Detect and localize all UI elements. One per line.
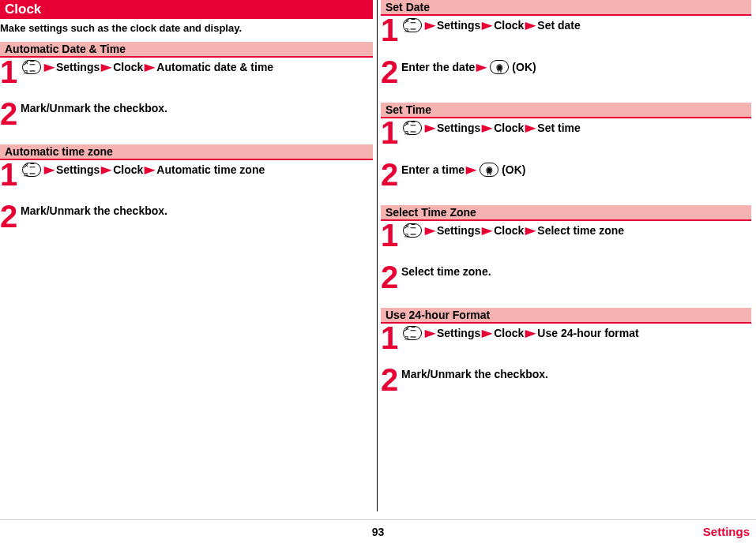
arrow-icon: ▶ [101,62,111,73]
nav-segment: Settings [437,19,480,32]
arrow-icon: ▶ [101,164,111,175]
nav-segment: Settings [437,224,480,237]
right-column: Set Date 1 メニュー ▶ Settings ▶ Clock ▶ Set… [378,0,755,511]
menu-icon: メニュー [403,18,422,32]
step: 1 メニュー ▶ Settings ▶ Clock ▶ Select time … [381,221,755,263]
arrow-icon: ▶ [526,20,536,31]
arrow-icon: ▶ [44,62,55,73]
footer-section: Settings [703,525,750,538]
nav-segment: Clock [113,163,143,176]
nav-segment: Select time zone [537,224,624,237]
step-number: 2 [381,366,401,393]
step-number: 2 [381,161,401,188]
nav-segment: Settings [56,61,100,73]
nav-segment: Clock [494,327,524,339]
nav-segment: Automatic date & time [156,61,273,73]
section-heading: Select Time Zone [381,205,751,221]
step-body: Enter the date ▶ ◉TV (OK) [401,58,536,74]
nav-segment: Clock [494,19,524,32]
step-text: Mark/Unmark the checkbox. [21,102,167,114]
nav-segment: Settings [437,122,480,134]
section-heading: Set Date [381,0,751,16]
step: 1 メニュー ▶ Settings ▶ Clock ▶ Set time [381,118,755,160]
nav-segment: Clock [494,224,524,237]
step: 2 Mark/Unmark the checkbox. [0,202,377,244]
step-body: Enter a time ▶ ◉TV (OK) [401,161,525,177]
arrow-icon: ▶ [526,225,536,236]
arrow-icon: ▶ [477,62,487,73]
step: 1 メニュー ▶ Settings ▶ Clock ▶ Automatic ti… [0,160,377,202]
step-body: Mark/Unmark the checkbox. [21,100,167,114]
step-number: 1 [381,17,401,43]
arrow-icon: ▶ [482,225,492,236]
step: 2 Enter a time ▶ ◉TV (OK) [381,160,755,202]
step: 2 Mark/Unmark the checkbox. [0,99,377,141]
menu-icon: メニュー [22,60,41,74]
arrow-icon: ▶ [44,164,55,175]
step-body: メニュー ▶ Settings ▶ Clock ▶ Set date [401,17,581,32]
step-body: メニュー ▶ Settings ▶ Clock ▶ Automatic time… [21,161,265,177]
step: 1 メニュー ▶ Settings ▶ Clock ▶ Use 24-hour … [381,324,755,365]
arrow-icon: ▶ [425,225,435,236]
page-number: 93 [372,526,385,538]
nav-segment: Clock [494,122,524,134]
nav-segment: Settings [56,163,100,176]
arrow-icon: ▶ [425,328,435,339]
section-heading: Use 24-hour Format [381,308,751,324]
step: 2 Mark/Unmark the checkbox. [381,365,755,407]
step-text: Select time zone. [401,265,491,278]
footer: 93 Settings [0,519,756,543]
step-body: メニュー ▶ Settings ▶ Clock ▶ Set time [401,119,581,135]
left-column: Clock Make settings such as the clock da… [0,0,378,511]
intro-text: Make settings such as the clock date and… [0,19,377,39]
step: 1 メニュー ▶ Settings ▶ Clock ▶ Set date [381,16,755,58]
nav-segment: Use 24-hour format [537,327,638,339]
step: 1 メニュー ▶ Settings ▶ Clock ▶ Automatic da… [0,58,377,99]
arrow-icon: ▶ [145,62,156,73]
nav-segment: Settings [437,327,480,339]
step-body: Mark/Unmark the checkbox. [401,366,548,380]
step-suffix: (OK) [512,61,536,73]
step-number: 2 [0,100,21,127]
step-number: 2 [0,203,21,230]
arrow-icon: ▶ [526,122,536,133]
section-heading: Automatic Date & Time [0,42,373,58]
arrow-icon: ▶ [482,20,492,31]
nav-segment: Automatic time zone [156,163,265,176]
step-text: Mark/Unmark the checkbox. [401,368,548,380]
menu-icon: メニュー [403,223,422,238]
step: 2 Enter the date ▶ ◉TV (OK) [381,58,755,99]
arrow-icon: ▶ [482,122,492,133]
step-number: 1 [0,58,21,85]
arrow-icon: ▶ [466,164,476,175]
nav-segment: Set time [537,122,580,134]
menu-icon: メニュー [403,326,422,340]
arrow-icon: ▶ [425,122,435,133]
menu-icon: メニュー [22,163,41,177]
step-number: 1 [381,222,401,249]
step-body: メニュー ▶ Settings ▶ Clock ▶ Automatic date… [21,58,273,74]
step-body: Select time zone. [401,264,491,278]
step-number: 1 [381,324,401,351]
step-text: Enter a time [401,163,465,176]
step-text: Enter the date [401,61,475,73]
arrow-icon: ▶ [425,20,435,31]
tv-ok-icon: ◉TV [480,163,498,177]
section-heading: Set Time [381,103,751,118]
step-number: 2 [381,264,401,290]
arrow-icon: ▶ [526,328,536,339]
page-title: Clock [0,0,373,19]
arrow-icon: ▶ [482,328,492,339]
tv-ok-icon: ◉TV [490,60,509,74]
nav-segment: Set date [537,19,580,32]
step: 2 Select time zone. [381,263,755,305]
step-number: 2 [381,58,401,85]
nav-segment: Clock [113,61,143,73]
section-heading: Automatic time zone [0,144,373,160]
step-number: 1 [0,161,21,188]
menu-icon: メニュー [403,121,422,135]
step-text: Mark/Unmark the checkbox. [21,204,167,217]
step-body: Mark/Unmark the checkbox. [21,203,167,217]
step-body: メニュー ▶ Settings ▶ Clock ▶ Select time zo… [401,222,624,238]
step-body: メニュー ▶ Settings ▶ Clock ▶ Use 24-hour fo… [401,324,639,340]
